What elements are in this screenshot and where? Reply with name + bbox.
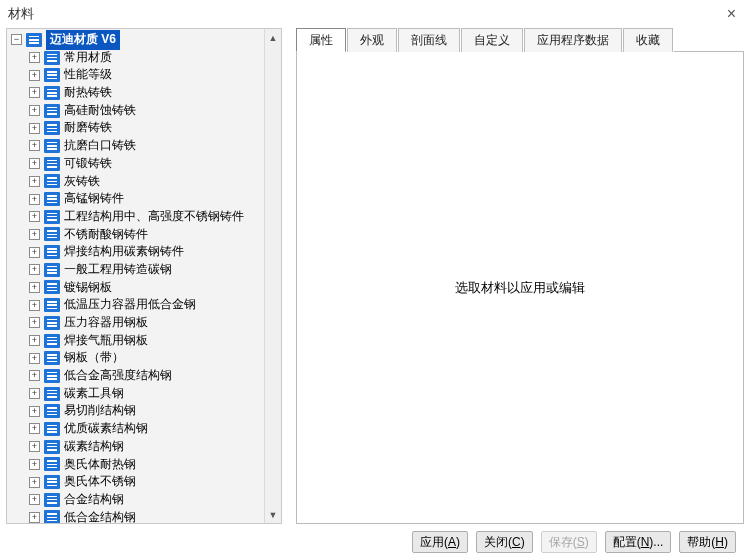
detail-panel: 属性外观剖面线自定义应用程序数据收藏 选取材料以应用或编辑 (296, 28, 744, 524)
material-category-icon (44, 245, 60, 259)
apply-button[interactable]: 应用(A) (412, 531, 468, 553)
material-category-icon (44, 86, 60, 100)
material-category-icon (26, 33, 42, 47)
expand-toggle[interactable]: + (29, 105, 40, 116)
expand-toggle[interactable]: + (29, 406, 40, 417)
tab-2[interactable]: 剖面线 (398, 28, 460, 52)
tree-node[interactable]: +常用材质 (7, 49, 264, 67)
tree-node[interactable]: +压力容器用钢板 (7, 314, 264, 332)
tree-node-label: 工程结构用中、高强度不锈钢铸件 (64, 208, 244, 226)
tree-node-label: 高硅耐蚀铸铁 (64, 102, 136, 120)
expand-toggle[interactable]: + (29, 317, 40, 328)
tree-node[interactable]: +低温压力容器用低合金钢 (7, 296, 264, 314)
tree-node[interactable]: +灰铸铁 (7, 173, 264, 191)
material-category-icon (44, 440, 60, 454)
expand-toggle[interactable]: + (29, 140, 40, 151)
tab-1[interactable]: 外观 (347, 28, 397, 52)
tree-root-node[interactable]: −迈迪材质 V6 (7, 31, 264, 49)
tree-node[interactable]: +奥氏体耐热钢 (7, 456, 264, 474)
tree-node[interactable]: +高锰钢铸件 (7, 190, 264, 208)
tree-node[interactable]: +工程结构用中、高强度不锈钢铸件 (7, 208, 264, 226)
expand-toggle[interactable]: + (29, 229, 40, 240)
material-category-icon (44, 104, 60, 118)
expand-toggle[interactable]: + (29, 158, 40, 169)
expand-toggle[interactable]: + (29, 264, 40, 275)
tree-node[interactable]: +奥氏体不锈钢 (7, 473, 264, 491)
tree-node[interactable]: +优质碳素结构钢 (7, 420, 264, 438)
expand-toggle[interactable]: + (29, 52, 40, 63)
tree-node[interactable]: +焊接气瓶用钢板 (7, 332, 264, 350)
expand-toggle[interactable]: + (29, 194, 40, 205)
tree-node[interactable]: +焊接结构用碳素钢铸件 (7, 243, 264, 261)
expand-toggle[interactable]: + (29, 441, 40, 452)
tree-node[interactable]: +抗磨白口铸铁 (7, 137, 264, 155)
tab-5[interactable]: 收藏 (623, 28, 673, 52)
scroll-down-arrow[interactable]: ▼ (265, 506, 282, 523)
tree-node-label: 灰铸铁 (64, 173, 100, 191)
titlebar: 材料 × (0, 0, 750, 28)
material-category-icon (44, 457, 60, 471)
close-button[interactable]: 关闭(C) (476, 531, 533, 553)
tree-node[interactable]: +性能等级 (7, 66, 264, 84)
expand-toggle[interactable]: + (29, 494, 40, 505)
window-title: 材料 (8, 5, 34, 23)
expand-toggle[interactable]: + (29, 459, 40, 470)
collapse-toggle[interactable]: − (11, 34, 22, 45)
expand-toggle[interactable]: + (29, 87, 40, 98)
material-category-icon (44, 387, 60, 401)
material-category-icon (44, 475, 60, 489)
tab-4[interactable]: 应用程序数据 (524, 28, 622, 52)
tab-bar: 属性外观剖面线自定义应用程序数据收藏 (296, 28, 744, 52)
expand-toggle[interactable]: + (29, 176, 40, 187)
expand-toggle[interactable]: + (29, 477, 40, 488)
tree-node[interactable]: +易切削结构钢 (7, 402, 264, 420)
expand-toggle[interactable]: + (29, 353, 40, 364)
expand-toggle[interactable]: + (29, 70, 40, 81)
tree-node[interactable]: +耐热铸铁 (7, 84, 264, 102)
tree-node-label: 碳素工具钢 (64, 385, 124, 403)
tree-node[interactable]: +不锈耐酸钢铸件 (7, 226, 264, 244)
expand-toggle[interactable]: + (29, 370, 40, 381)
tree-node-label: 奥氏体不锈钢 (64, 473, 136, 491)
scroll-up-arrow[interactable]: ▲ (265, 29, 282, 46)
expand-toggle[interactable]: + (29, 247, 40, 258)
tree-node-label: 耐热铸铁 (64, 84, 112, 102)
material-category-icon (44, 369, 60, 383)
tree-node-label: 合金结构钢 (64, 491, 124, 509)
tree-node[interactable]: +碳素工具钢 (7, 385, 264, 403)
help-button[interactable]: 帮助(H) (679, 531, 736, 553)
expand-toggle[interactable]: + (29, 335, 40, 346)
tree-node-label: 不锈耐酸钢铸件 (64, 226, 148, 244)
material-tree[interactable]: −迈迪材质 V6+常用材质+性能等级+耐热铸铁+高硅耐蚀铸铁+耐磨铸铁+抗磨白口… (7, 29, 264, 523)
tab-0[interactable]: 属性 (296, 28, 346, 52)
expand-toggle[interactable]: + (29, 282, 40, 293)
save-button: 保存(S) (541, 531, 597, 553)
tree-node[interactable]: +耐磨铸铁 (7, 119, 264, 137)
tree-node[interactable]: +碳素结构钢 (7, 438, 264, 456)
tree-node[interactable]: +高硅耐蚀铸铁 (7, 102, 264, 120)
tab-bar-filler (674, 28, 744, 52)
expand-toggle[interactable]: + (29, 388, 40, 399)
tree-node[interactable]: +合金结构钢 (7, 491, 264, 509)
tree-node[interactable]: +一般工程用铸造碳钢 (7, 261, 264, 279)
tree-scrollbar[interactable]: ▲ ▼ (264, 29, 281, 523)
expand-toggle[interactable]: + (29, 123, 40, 134)
tree-node[interactable]: +低合金高强度结构钢 (7, 367, 264, 385)
expand-toggle[interactable]: + (29, 512, 40, 523)
button-label: 配置(N)... (613, 534, 664, 551)
tree-node-label: 可锻铸铁 (64, 155, 112, 173)
expand-toggle[interactable]: + (29, 300, 40, 311)
config-button[interactable]: 配置(N)... (605, 531, 672, 553)
tree-node[interactable]: +低合金结构钢 (7, 509, 264, 523)
button-label: 应用(A) (420, 534, 460, 551)
expand-toggle[interactable]: + (29, 423, 40, 434)
tree-node-label: 低合金结构钢 (64, 509, 136, 523)
tree-node-label: 耐磨铸铁 (64, 119, 112, 137)
tab-3[interactable]: 自定义 (461, 28, 523, 52)
expand-toggle[interactable]: + (29, 211, 40, 222)
tree-node[interactable]: +钢板（带） (7, 349, 264, 367)
tree-node[interactable]: +可锻铸铁 (7, 155, 264, 173)
material-category-icon (44, 493, 60, 507)
close-icon[interactable]: × (721, 5, 742, 23)
tree-node[interactable]: +镀锡钢板 (7, 279, 264, 297)
